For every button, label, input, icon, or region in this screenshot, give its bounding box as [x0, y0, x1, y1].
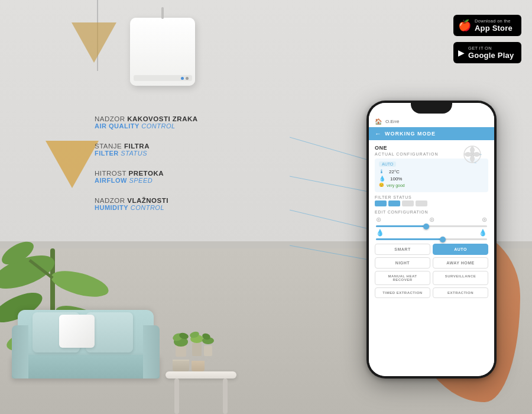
table-plants — [173, 360, 205, 371]
apple-icon: 🍎 — [458, 19, 471, 32]
app-section-header: ← WORKING MODE — [369, 127, 494, 140]
filter-bar-4 — [416, 200, 427, 206]
filter-bar-3 — [402, 200, 414, 206]
droplet-small-icon: 💧 — [376, 229, 384, 237]
phone-container: 🏠 O.Errè ← WORKING MODE ONE ACTUAL CONFI… — [366, 101, 502, 390]
filter-status-label: FILTER STATUS — [375, 195, 488, 199]
auto-badge: AUTO — [379, 161, 396, 167]
humidity-row: 💧 100% — [379, 176, 484, 182]
speed-slider-fill — [376, 225, 426, 227]
temp-row: 🌡 22°C — [379, 169, 484, 174]
app-location: O.Errè — [385, 119, 488, 124]
appstore-badge[interactable]: 🍎 Download on the App Store — [453, 15, 521, 36]
svg-text:→: → — [473, 161, 477, 164]
filter-status-section: FILTER STATUS — [375, 195, 488, 206]
quality-icon: 😊 — [379, 183, 384, 187]
night-button[interactable]: NIGHT — [375, 257, 430, 269]
lamp — [35, 0, 89, 118]
back-arrow-icon[interactable]: ← — [375, 130, 381, 137]
googleplay-large-text: Google Play — [468, 51, 514, 60]
feature-airflow: HITROST PRETOKA AIRFLOW SPEED — [95, 170, 198, 184]
home-icon: 🏠 — [375, 118, 382, 125]
surveillance-button[interactable]: SURVEILLANCE — [433, 271, 488, 285]
humidity-icons-row: 💧 💧 — [375, 229, 488, 237]
app-store-badges: 🍎 Download on the App Store ▶ GET IT ON … — [453, 15, 521, 63]
mode-buttons: SMART AUTO NIGHT AWAY HOME MANUAL HEAT R… — [375, 244, 488, 298]
svg-text:→: → — [479, 153, 482, 156]
filter-bar-2 — [388, 200, 400, 206]
humidity-slider-fill — [376, 238, 443, 240]
play-icon: ▶ — [458, 48, 465, 57]
droplet-icon: 💧 — [379, 176, 385, 182]
auto-button[interactable]: AUTO — [433, 244, 488, 255]
appstore-small-text: Download on the — [475, 18, 512, 24]
smart-button[interactable]: SMART — [375, 244, 430, 255]
phone-notch — [411, 101, 452, 114]
thermometer-icon: 🌡 — [379, 169, 384, 174]
feature-humidity: NADZOR VLAŽNOSTI HUMIDITY CONTROL — [95, 197, 198, 211]
appstore-large-text: App Store — [475, 24, 512, 33]
filter-bar-1 — [375, 200, 387, 206]
humidity-slider-track[interactable] — [376, 238, 487, 240]
googleplay-small-text: GET IT ON — [468, 46, 514, 51]
svg-point-2 — [48, 266, 111, 302]
speed-icons-row: ⊛ ⊛ ⊛ — [375, 216, 488, 224]
googleplay-badge[interactable]: ▶ GET IT ON Google Play — [453, 42, 521, 63]
feature-air-quality: NADZOR KAKOVOSTI ZRAKA AIR QUALITY CONTR… — [95, 115, 198, 130]
config-section: AUTO — [375, 159, 488, 192]
humidity-slider-thumb[interactable] — [440, 237, 446, 242]
timed-extraction-button[interactable]: TIMED EXTRACTION — [375, 287, 430, 298]
filter-bars — [375, 200, 488, 206]
edit-config-section: EDIT CONFIGURATION ⊛ ⊛ ⊛ — [375, 210, 488, 240]
svg-rect-10 — [192, 343, 202, 356]
speed-slider-thumb[interactable] — [423, 224, 429, 229]
temp-value: 22°C — [389, 169, 400, 174]
quality-row: 😊 very good — [379, 183, 484, 187]
extraction-button[interactable]: EXTRACTION — [433, 287, 488, 298]
speed-slider-track[interactable] — [376, 225, 487, 227]
droplet-large-icon: 💧 — [479, 229, 487, 237]
quality-text: very good — [387, 183, 405, 187]
phone-frame: 🏠 O.Errè ← WORKING MODE ONE ACTUAL CONFI… — [366, 101, 497, 379]
ventilation-device — [130, 18, 195, 89]
edit-config-label: EDIT CONFIGURATION — [375, 210, 488, 214]
fan-diagram: → → — [460, 144, 484, 164]
fan-med-icon: ⊛ — [429, 216, 434, 224]
phone-screen: 🏠 O.Errè ← WORKING MODE ONE ACTUAL CONFI… — [369, 103, 494, 376]
away-home-button[interactable]: AWAY HOME — [433, 257, 488, 269]
fan-fast-icon: ⊛ — [482, 216, 487, 224]
app-content: ONE ACTUAL CONFIGURATION AUTO — [369, 140, 494, 376]
section-title: WORKING MODE — [385, 131, 436, 137]
side-table — [166, 371, 236, 379]
svg-rect-11 — [204, 345, 212, 356]
feature-filter: STANJE FILTRA FILTER STATUS — [95, 143, 198, 157]
manual-heat-button[interactable]: MANUAL HEAT RECOVER — [375, 271, 430, 285]
humidity-value: 100% — [390, 176, 402, 182]
sofa — [12, 310, 160, 379]
feature-labels: NADZOR KAKOVOSTI ZRAKA AIR QUALITY CONTR… — [95, 115, 198, 224]
app-ui: 🏠 O.Errè ← WORKING MODE ONE ACTUAL CONFI… — [369, 103, 494, 376]
fan-slow-icon: ⊛ — [376, 216, 381, 224]
